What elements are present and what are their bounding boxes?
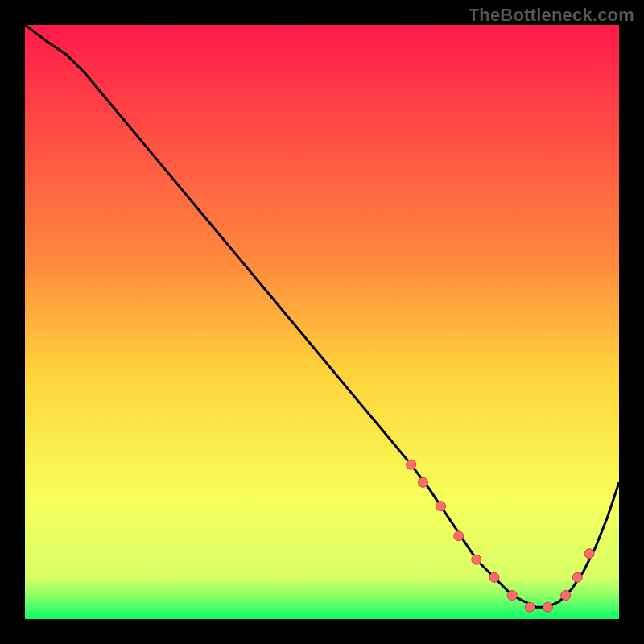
curve-marker bbox=[543, 602, 552, 612]
chart-background bbox=[25, 25, 619, 619]
curve-marker bbox=[489, 572, 499, 582]
curve-marker bbox=[584, 549, 594, 559]
curve-marker bbox=[419, 477, 428, 487]
curve-marker bbox=[507, 591, 517, 601]
curve-marker bbox=[454, 531, 464, 541]
chart-frame: TheBottleneck.com bbox=[0, 0, 644, 644]
curve-marker bbox=[472, 555, 481, 564]
watermark-text: TheBottleneck.com bbox=[469, 5, 634, 26]
chart-svg bbox=[25, 25, 619, 619]
curve-marker bbox=[561, 591, 571, 601]
curve-marker bbox=[572, 572, 582, 582]
chart-plot-area bbox=[25, 25, 619, 619]
curve-marker bbox=[436, 502, 446, 511]
curve-marker bbox=[407, 460, 416, 469]
curve-marker bbox=[525, 602, 535, 612]
